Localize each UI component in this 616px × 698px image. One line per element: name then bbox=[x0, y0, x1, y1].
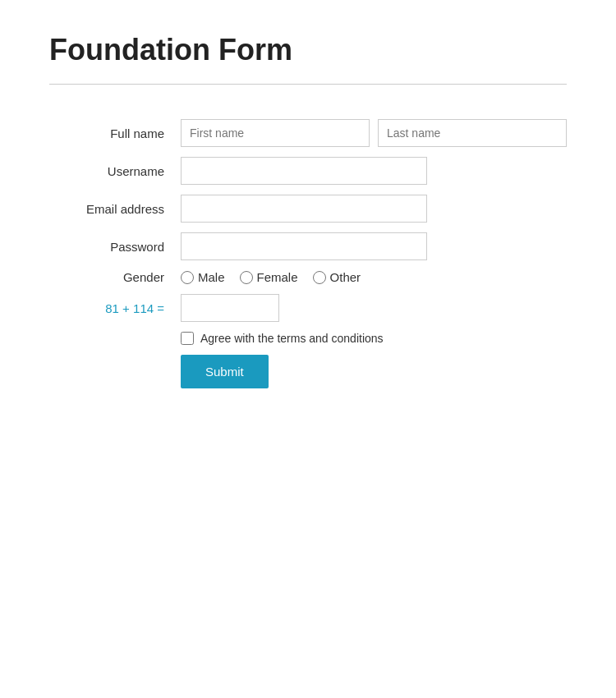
password-input-cell bbox=[181, 232, 567, 260]
gender-options-group: Male Female Other bbox=[181, 270, 567, 284]
terms-cell: Agree with the terms and conditions bbox=[181, 332, 567, 345]
captcha-label: 81 + 114 = bbox=[49, 294, 181, 322]
gender-row: Gender Male Female Other bbox=[49, 270, 567, 284]
submit-button[interactable]: Submit bbox=[181, 355, 269, 388]
gender-label: Gender bbox=[49, 270, 181, 284]
submit-cell: Submit bbox=[181, 355, 567, 388]
first-name-input[interactable] bbox=[181, 119, 370, 147]
name-inputs-group bbox=[181, 119, 567, 147]
username-row: Username bbox=[49, 157, 567, 185]
captcha-input[interactable] bbox=[181, 294, 279, 322]
gender-option-female[interactable]: Female bbox=[240, 270, 298, 284]
gender-option-other[interactable]: Other bbox=[313, 270, 361, 284]
page-container: Foundation Form Full name Username bbox=[0, 0, 616, 431]
form-divider bbox=[49, 84, 567, 85]
captcha-row: 81 + 114 = bbox=[49, 294, 567, 322]
gender-female-label: Female bbox=[257, 270, 298, 284]
submit-empty-cell bbox=[49, 355, 181, 388]
terms-text: Agree with the terms and conditions bbox=[200, 332, 384, 345]
gender-radio-other[interactable] bbox=[313, 271, 326, 284]
gender-male-label: Male bbox=[198, 270, 225, 284]
gender-radio-female[interactable] bbox=[240, 271, 253, 284]
gender-options-cell: Male Female Other bbox=[181, 270, 567, 284]
gender-other-label: Other bbox=[330, 270, 361, 284]
form-table: Full name Username Email address bbox=[49, 109, 567, 398]
terms-row: Agree with the terms and conditions bbox=[49, 332, 567, 345]
terms-empty-cell bbox=[49, 332, 181, 345]
terms-checkbox[interactable] bbox=[181, 332, 194, 345]
foundation-form: Full name Username Email address bbox=[49, 109, 567, 398]
email-input-cell bbox=[181, 195, 567, 223]
fullname-label: Full name bbox=[49, 119, 181, 147]
email-row: Email address bbox=[49, 195, 567, 223]
password-input[interactable] bbox=[181, 232, 427, 260]
fullname-row: Full name bbox=[49, 119, 567, 147]
page-title: Foundation Form bbox=[49, 33, 567, 67]
username-label: Username bbox=[49, 157, 181, 185]
password-label: Password bbox=[49, 232, 181, 260]
last-name-input[interactable] bbox=[378, 119, 567, 147]
email-input[interactable] bbox=[181, 195, 427, 223]
submit-row: Submit bbox=[49, 355, 567, 388]
terms-label[interactable]: Agree with the terms and conditions bbox=[181, 332, 567, 345]
username-input-cell bbox=[181, 157, 567, 185]
email-label: Email address bbox=[49, 195, 181, 223]
gender-radio-male[interactable] bbox=[181, 271, 194, 284]
username-input[interactable] bbox=[181, 157, 427, 185]
password-row: Password bbox=[49, 232, 567, 260]
gender-option-male[interactable]: Male bbox=[181, 270, 225, 284]
captcha-input-cell bbox=[181, 294, 567, 322]
fullname-inputs-cell bbox=[181, 119, 567, 147]
